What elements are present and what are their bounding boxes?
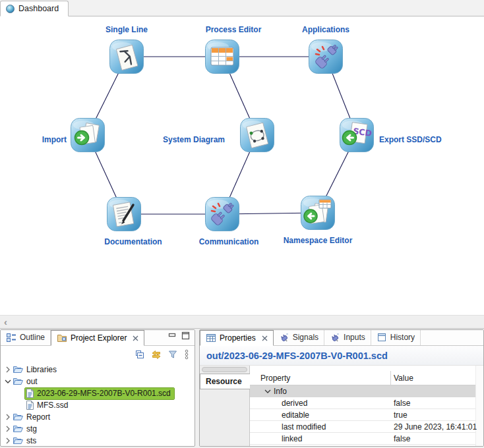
dashboard-tile-namespace-editor[interactable] xyxy=(301,196,335,230)
tree-item-sts[interactable]: sts xyxy=(1,435,195,446)
folder-icon xyxy=(13,412,24,422)
close-icon[interactable] xyxy=(262,335,268,341)
tree-item-content: out xyxy=(12,376,41,387)
side-tab-resource[interactable]: Resource xyxy=(200,374,250,389)
column-header-value: Value xyxy=(390,374,475,383)
tab-outline[interactable]: Outline xyxy=(1,329,51,345)
tree-item-label: stg xyxy=(26,424,37,434)
tab-project-explorer[interactable]: Project Explorer xyxy=(51,330,144,346)
dashboard-tile-export-ssd-scd[interactable]: SCD xyxy=(340,118,374,152)
maximize-icon[interactable] xyxy=(181,331,191,343)
chevron-collapsed-icon[interactable] xyxy=(3,414,12,420)
tab-label: History xyxy=(390,333,415,342)
link-with-editor-icon[interactable] xyxy=(151,349,162,360)
dashboard-tile-import[interactable] xyxy=(71,118,105,152)
project-explorer-view: Outline Project Explorer xyxy=(0,329,195,447)
dashboard-tile-applications[interactable] xyxy=(309,40,343,74)
column-header-property: Property xyxy=(250,374,390,383)
filter-icon[interactable] xyxy=(167,349,178,360)
scroll-left-icon[interactable]: ‹ xyxy=(4,317,7,327)
explorer-tabbar: Outline Project Explorer xyxy=(1,330,195,346)
single-line-icon xyxy=(109,65,144,76)
collapse-all-icon[interactable] xyxy=(135,349,145,360)
dashboard-label-namespace-editor: Namespace Editor xyxy=(284,236,353,245)
tree-item-stg[interactable]: stg xyxy=(1,423,195,435)
properties-tabbar: Properties Signals Inputs xyxy=(200,330,483,346)
property-value: 29 June 2023, 16:41:01 xyxy=(390,422,477,432)
chevron-collapsed-icon[interactable] xyxy=(3,426,12,432)
dashboard-label-process-editor: Process Editor xyxy=(206,25,262,34)
tree-item-out[interactable]: out xyxy=(1,376,195,387)
tree-item-libraries[interactable]: Libraries xyxy=(1,364,195,376)
chevron-expanded-icon[interactable] xyxy=(3,379,12,384)
namespace-editor-icon xyxy=(301,221,335,232)
properties-table-header: Property Value xyxy=(250,371,475,385)
property-row-derived[interactable]: derivedfalse xyxy=(250,397,475,409)
properties-table: Property Value Infoderivedfalseeditablet… xyxy=(250,366,475,446)
process-editor-icon xyxy=(205,65,239,76)
folder-icon xyxy=(13,364,24,375)
tab-history[interactable]: History xyxy=(371,329,421,345)
dashboard-label-communication: Communication xyxy=(199,237,259,246)
tree-item-content: sts xyxy=(12,435,40,447)
tree-item-content: stg xyxy=(12,424,40,435)
chevron-collapsed-icon[interactable] xyxy=(3,366,12,373)
tab-label: Signals xyxy=(293,333,318,342)
dashboard-icon xyxy=(6,5,15,13)
tree-item-label: MFS.ssd xyxy=(37,401,68,410)
tab-label: Project Explorer xyxy=(71,333,127,343)
tab-inputs[interactable]: Inputs xyxy=(324,329,371,345)
properties-rows: Infoderivedfalseeditabletruelast modifie… xyxy=(250,385,475,445)
history-icon xyxy=(377,332,387,343)
property-name: linked xyxy=(250,434,390,443)
editor-hscrollbar[interactable]: ‹ xyxy=(0,315,484,328)
properties-body: Resource Property Value Infoderivedfalse… xyxy=(200,366,483,446)
property-row-editable[interactable]: editabletrue xyxy=(250,409,475,421)
documentation-icon xyxy=(107,222,141,233)
property-row-last-modified[interactable]: last modified29 June 2023, 16:41:01 xyxy=(250,421,475,433)
tree-item-report[interactable]: Report xyxy=(1,411,195,423)
tree-item-label: Report xyxy=(26,412,50,422)
close-icon[interactable] xyxy=(133,335,138,341)
properties-view: Properties Signals Inputs xyxy=(199,329,484,447)
properties-resource-title: out/2023-06-29-MFS-2007B-V0-R001.scd xyxy=(200,346,483,366)
properties-side-tabs: Resource xyxy=(200,366,250,446)
tab-label: Outline xyxy=(20,333,45,342)
tree-item-content: Libraries xyxy=(12,364,60,376)
chevron-collapsed-icon[interactable] xyxy=(3,437,12,444)
dashboard-connections xyxy=(0,16,484,315)
dashboard-tile-process-editor[interactable] xyxy=(205,40,239,74)
tree-item-content: MFS.ssd xyxy=(25,400,71,411)
tree-item-2023-06-29-mfs-2007b-v0-r001-scd[interactable]: 2023-06-29-MFS-2007B-V0-R001.scd xyxy=(1,387,195,399)
side-tab-scroll-stub[interactable] xyxy=(202,367,247,372)
dashboard-tile-single-line[interactable] xyxy=(109,40,144,74)
property-name: Info xyxy=(274,387,287,396)
dashboard-tile-documentation[interactable] xyxy=(107,197,141,231)
tab-properties[interactable]: Properties xyxy=(200,330,274,346)
view-window-buttons xyxy=(168,331,195,345)
dashboard-label-import: Import xyxy=(42,135,67,144)
bottom-panels: Outline Project Explorer xyxy=(0,328,484,447)
property-value: false xyxy=(390,399,475,408)
editor-tab-label: Dashboard xyxy=(18,4,59,13)
chevron-expanded-icon[interactable] xyxy=(264,389,274,394)
tab-signals[interactable]: Signals xyxy=(274,329,324,345)
minimize-icon[interactable] xyxy=(168,331,177,343)
property-row-linked[interactable]: linkedfalse xyxy=(250,433,475,445)
tab-label: Inputs xyxy=(344,333,365,342)
explorer-toolbar xyxy=(1,346,195,363)
dashboard-tile-communication[interactable] xyxy=(205,197,239,231)
property-value: true xyxy=(390,410,475,420)
view-menu-icon[interactable] xyxy=(184,349,189,360)
dashboard-label-documentation: Documentation xyxy=(104,237,162,246)
tab-dashboard[interactable]: Dashboard xyxy=(0,1,69,16)
column-divider[interactable] xyxy=(390,371,391,385)
dashboard-tile-system-diagram[interactable] xyxy=(240,118,274,152)
property-name: derived xyxy=(250,399,390,408)
plug-icon xyxy=(330,332,340,343)
plug-icon xyxy=(279,332,289,343)
tree-item-mfs-ssd[interactable]: MFS.ssd xyxy=(1,399,195,411)
dashboard-label-system-diagram: System Diagram xyxy=(163,135,225,144)
property-group-row[interactable]: Info xyxy=(250,385,475,397)
properties-vscrollbar[interactable] xyxy=(475,366,483,446)
